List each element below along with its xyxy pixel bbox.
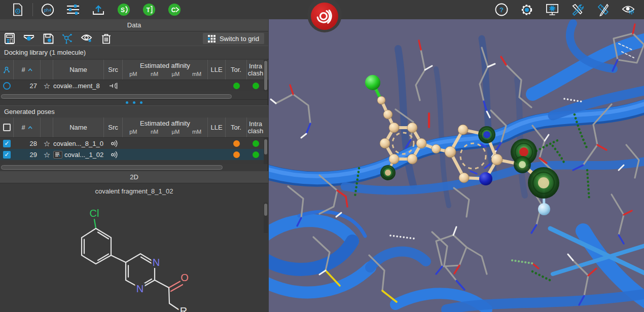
data-panel: Data Switch to grid bbox=[0, 19, 268, 312]
pose-checkbox[interactable]: ✓ bbox=[0, 149, 14, 160]
affinity-units: pMnMµMmM bbox=[123, 128, 207, 135]
lle-column-header[interactable]: LLE bbox=[208, 60, 226, 80]
2d-scrollbar[interactable] bbox=[264, 203, 268, 233]
pharmacophore-icon[interactable]: ph4 bbox=[41, 3, 54, 16]
filter-sliders-icon[interactable] bbox=[66, 3, 80, 16]
toolbar-right-group: ? bbox=[489, 0, 644, 19]
torsion-status-dot bbox=[226, 149, 247, 160]
name-column-header[interactable]: Name bbox=[53, 60, 104, 80]
data-panel-toolbar: Switch to grid bbox=[0, 31, 268, 46]
mode-t-icon[interactable]: T bbox=[142, 3, 156, 16]
sort-ascending-icon bbox=[28, 68, 32, 71]
number-column-header[interactable]: # bbox=[14, 60, 41, 80]
nitrogen-label: N bbox=[136, 283, 144, 294]
pose-row-29-selected[interactable]: ✓ 29 ☆ coval..._1_02 bbox=[0, 149, 264, 160]
settings-gear-icon[interactable] bbox=[520, 3, 533, 16]
switch-to-grid-label: Switch to grid bbox=[220, 35, 259, 43]
intra-clash-status-dot bbox=[247, 80, 264, 91]
affinity-units: pMnMµMmM bbox=[123, 70, 207, 77]
new-document-icon[interactable] bbox=[11, 3, 24, 16]
favorite-star-button[interactable]: ☆ bbox=[41, 149, 53, 160]
help-icon[interactable]: ? bbox=[495, 3, 508, 16]
favorite-column-header[interactable] bbox=[41, 60, 53, 80]
row-number: 28 bbox=[14, 138, 41, 149]
2d-structure-canvas: covalent fragment_8_1_02 bbox=[0, 183, 268, 312]
svg-text:T: T bbox=[146, 7, 150, 14]
switch-to-grid-button[interactable]: Switch to grid bbox=[203, 33, 264, 44]
viewport-3d[interactable] bbox=[269, 18, 644, 312]
chlorine-atom bbox=[365, 75, 380, 90]
torsion-status-dot bbox=[226, 138, 247, 149]
docking-library-row-27[interactable]: 27 ☆ covale...ment_8 bbox=[0, 80, 264, 91]
affinity-column-header[interactable]: Estimated affinity pMnMµMmM bbox=[123, 118, 208, 137]
torsion-column-header[interactable]: Tor. bbox=[226, 118, 247, 137]
save-icon[interactable] bbox=[42, 33, 54, 44]
intra-clash-status-dot bbox=[247, 138, 264, 149]
docking-library-vertical-scrollbar[interactable] bbox=[264, 60, 268, 91]
mode-s-icon[interactable]: S bbox=[117, 3, 130, 16]
interaction-sphere bbox=[514, 156, 531, 173]
select-all-checkbox[interactable] bbox=[0, 118, 14, 137]
molecule-radio[interactable] bbox=[0, 80, 14, 91]
nitrogen-label: N bbox=[153, 257, 160, 268]
pose-name: covalen..._8_1_01 bbox=[53, 138, 104, 149]
2d-panel-header: 2D bbox=[0, 171, 268, 183]
docking-pose-icon bbox=[104, 149, 123, 160]
favorite-star-button[interactable]: ☆ bbox=[41, 80, 53, 91]
oxygen-label: O bbox=[181, 272, 189, 283]
name-column-header[interactable]: Name bbox=[53, 118, 104, 137]
view-settings-icon[interactable] bbox=[622, 3, 635, 16]
mode-c-icon[interactable]: C bbox=[168, 3, 181, 16]
tools-icon[interactable] bbox=[571, 3, 584, 16]
intra-clash-column-header[interactable]: Intra clash bbox=[247, 118, 264, 137]
lle-value bbox=[208, 149, 226, 160]
panel-splitter[interactable] bbox=[0, 99, 268, 105]
docking-pose-icon bbox=[104, 138, 123, 149]
docking-library-header: # Name Src Estimated affinity pMnMµMmM L… bbox=[0, 60, 268, 80]
generated-poses-label: Generated poses bbox=[0, 105, 268, 118]
molecule-type-column-header[interactable] bbox=[0, 60, 14, 80]
visibility-icon[interactable] bbox=[23, 33, 35, 44]
pose-details-icon[interactable] bbox=[53, 151, 62, 159]
nitrogen-atom bbox=[479, 172, 492, 185]
attachment-point-atom bbox=[538, 203, 550, 215]
interaction-sphere bbox=[478, 126, 495, 143]
torsion-column-header[interactable]: Tor. bbox=[226, 60, 247, 80]
generated-poses-horizontal-scrollbar[interactable] bbox=[0, 164, 264, 170]
torsion-status-dot bbox=[226, 80, 247, 91]
r-group-label: R bbox=[180, 305, 187, 312]
2d-panel-title: 2D bbox=[130, 173, 138, 181]
docking-library-label: Docking library (1 molecule) bbox=[0, 46, 268, 59]
source-column-header[interactable]: Src bbox=[104, 60, 123, 80]
docking-library-horizontal-scrollbar[interactable] bbox=[0, 93, 264, 99]
generated-poses-header: # Name Src Estimated affinity pMnMµMmM L… bbox=[0, 118, 268, 138]
favorite-star-button[interactable]: ☆ bbox=[41, 138, 53, 149]
measurement-icon[interactable] bbox=[596, 3, 610, 16]
display-settings-icon[interactable] bbox=[546, 3, 559, 16]
3d-scene bbox=[269, 18, 644, 312]
chlorine-label: Cl bbox=[90, 208, 99, 219]
number-column-header[interactable]: # bbox=[14, 118, 41, 137]
interaction-sphere bbox=[380, 165, 396, 180]
lle-column-header[interactable]: LLE bbox=[208, 118, 226, 137]
eye-pose-icon[interactable] bbox=[81, 33, 93, 44]
row-number: 27 bbox=[14, 80, 41, 91]
molecule-name: covale...ment_8 bbox=[53, 80, 104, 91]
generated-poses-vertical-scrollbar[interactable] bbox=[264, 138, 268, 164]
row-number: 29 bbox=[14, 149, 41, 160]
affinity-column-header[interactable]: Estimated affinity pMnMµMmM bbox=[123, 60, 208, 80]
delete-icon[interactable] bbox=[100, 33, 112, 44]
intra-clash-column-header[interactable]: Intra clash bbox=[247, 60, 264, 80]
source-column-header[interactable]: Src bbox=[104, 118, 123, 137]
molecule-network-icon[interactable] bbox=[61, 33, 74, 44]
pose-row-28[interactable]: ✓ 28 ☆ covalen..._8_1_01 bbox=[0, 138, 264, 149]
affinity-value bbox=[123, 138, 208, 149]
upload-icon[interactable] bbox=[92, 3, 105, 16]
covalent-bond-icon bbox=[104, 80, 123, 91]
pose-checkbox[interactable]: ✓ bbox=[0, 138, 14, 149]
svg-text:ph4: ph4 bbox=[44, 7, 52, 12]
table-icon[interactable] bbox=[4, 33, 16, 44]
pose-row-30-partial[interactable]: ✓ ☆ bbox=[0, 160, 264, 164]
favorite-column-header[interactable] bbox=[41, 118, 53, 137]
application-window: ph4 S T C ? bbox=[0, 0, 644, 312]
